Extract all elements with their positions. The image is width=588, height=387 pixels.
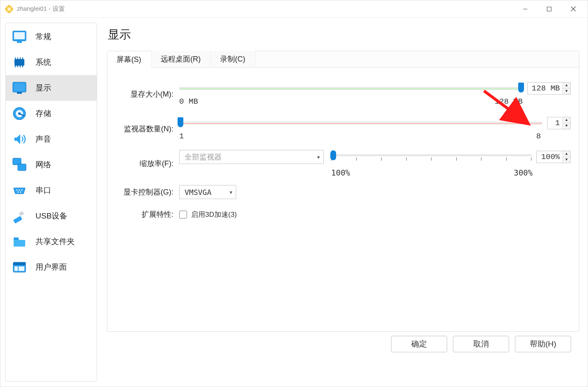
monitors-min: 1 [179,132,184,141]
sidebar-label: 常规 [36,31,51,42]
usb-icon [11,207,28,225]
scale-label: 缩放率(F): [111,159,179,169]
chevron-down-icon: ▾ [317,154,320,160]
scale-min: 100% [331,168,350,177]
network-icon [11,156,28,173]
svg-rect-39 [13,262,26,265]
row-extfeatures: 扩展特性: 启用3D加速(3) [111,203,571,226]
monitors-spinbox[interactable]: 1 ▲ ▼ [547,117,571,129]
extfeatures-label: 扩展特性: [111,209,179,219]
sidebar-item-usb[interactable]: USB设备 [6,203,97,229]
scale-spin-down[interactable]: ▼ [563,157,570,163]
dialog-buttons: 确定 取消 帮助(H) [107,332,579,358]
display-icon [11,79,28,97]
svg-rect-24 [17,92,22,94]
checkbox-3d[interactable] [179,211,187,218]
ok-button[interactable]: 确定 [391,336,447,352]
svg-point-32 [21,190,23,191]
vram-min: 0 MB [179,97,198,106]
tab-remote-desktop[interactable]: 远程桌面(R) [152,51,211,67]
monitors-slider-knob[interactable] [178,117,183,127]
sidebar-item-storage[interactable]: 存储 [6,101,97,126]
sidebar-item-ui[interactable]: 用户界面 [6,254,97,280]
vram-slider[interactable] [179,83,522,93]
svg-rect-29 [18,164,26,171]
general-icon [11,28,28,45]
tab-screen[interactable]: 屏幕(S) [107,51,152,68]
vram-spin-down[interactable]: ▼ [563,89,570,95]
maximize-button[interactable] [537,1,561,17]
sidebar-label: 共享文件夹 [36,236,75,247]
chevron-down-icon: ▾ [230,189,232,195]
window-controls [513,1,585,17]
help-button[interactable]: 帮助(H) [515,336,571,352]
scale-slider[interactable] [331,152,531,162]
sidebar-item-system[interactable]: 系统 [6,50,97,75]
monitors-spin-up[interactable]: ▲ [563,117,570,123]
vram-slider-knob[interactable] [518,83,524,93]
sidebar-item-audio[interactable]: 声音 [6,126,97,152]
vram-label: 显存大小(M): [111,89,179,99]
serial-icon [11,182,28,199]
sidebar-item-serial[interactable]: 串口 [6,178,97,203]
vram-spinbox[interactable]: 128 MB ▲ ▼ [527,82,571,95]
monitors-spin-down[interactable]: ▼ [563,123,570,129]
sidebar-label: 网络 [36,159,51,170]
row-vram: 显存大小(M): 128 MB ▲ [111,77,571,112]
screen-pane: 显存大小(M): 128 MB ▲ [107,68,579,234]
ui-icon [11,259,28,276]
svg-point-30 [17,190,18,191]
monitors-value: 1 [548,119,562,128]
vram-value: 128 MB [528,84,562,93]
monitors-max: 8 [536,132,541,141]
audio-icon [11,131,28,148]
main-panel: 显示 屏幕(S) 远程桌面(R) 录制(C) 显存大小(M): [97,18,588,387]
scale-spin-up[interactable]: ▲ [563,151,570,157]
sidebar-item-display[interactable]: 显示 [6,75,97,101]
vram-max: 128 MB [495,97,523,106]
sidebar-label: 显示 [36,83,51,93]
window-title: zhanglei01 - 设置 [17,5,65,13]
shared-folder-icon [11,233,28,250]
vram-spin-up[interactable]: ▲ [563,83,570,89]
tabs-container: 屏幕(S) 远程桌面(R) 录制(C) 显存大小(M): [107,51,579,332]
sidebar-label: 存储 [36,108,51,119]
minimize-button[interactable] [513,1,537,17]
storage-icon [11,105,28,122]
svg-rect-12 [17,41,22,43]
controller-value: VMSVGA [185,188,211,197]
scale-spinbox[interactable]: 100% ▲ ▼ [536,151,571,163]
svg-point-31 [19,190,20,191]
svg-rect-40 [14,266,18,271]
sidebar-label: 声音 [36,134,51,145]
sidebar-label: USB设备 [36,211,67,221]
svg-rect-37 [14,237,19,240]
monitors-slider[interactable] [179,118,542,128]
scale-value: 100% [537,152,562,161]
svg-rect-35 [13,216,22,224]
sidebar-item-network[interactable]: 网络 [6,152,97,178]
sidebar-item-shared-folder[interactable]: 共享文件夹 [6,229,97,254]
app-icon [5,5,14,14]
svg-rect-7 [547,7,551,11]
cancel-button[interactable]: 取消 [453,336,509,352]
svg-rect-13 [14,59,24,66]
svg-rect-41 [19,266,24,271]
sidebar-label: 系统 [36,57,51,68]
monitors-label: 监视器数量(N): [111,124,179,134]
enable-3d-accel[interactable]: 启用3D加速(3) [179,210,237,219]
controller-select[interactable]: VMSVGA ▾ [179,185,236,199]
scale-monitor-select[interactable]: 全部监视器 ▾ [179,150,324,164]
close-button[interactable] [561,1,585,17]
sidebar-item-general[interactable]: 常规 [6,24,97,50]
titlebar: zhanglei01 - 设置 [0,0,588,18]
system-icon [11,54,28,71]
svg-point-1 [8,7,11,10]
svg-point-34 [20,192,21,193]
page-title: 显示 [108,27,579,43]
row-scale: 缩放率(F): 全部监视器 ▾ [111,146,571,181]
svg-rect-23 [14,83,25,91]
svg-rect-11 [14,32,25,39]
tab-recording[interactable]: 录制(C) [211,51,256,67]
scale-slider-knob[interactable] [330,150,336,160]
